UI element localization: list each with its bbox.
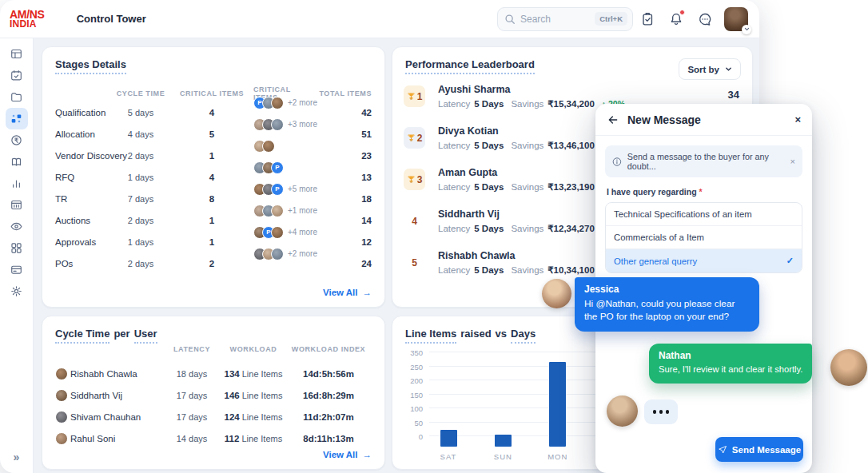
col-total-items: TOTAL ITEMS <box>317 89 372 97</box>
messages-button[interactable] <box>691 11 719 27</box>
y-tick: 50 <box>404 419 423 427</box>
required-asterisk: * <box>699 187 703 197</box>
card-title: Performance Leaderboard <box>405 58 535 74</box>
query-options: Technical Specifications of an item Comm… <box>605 202 802 273</box>
col-latency: LATENCY <box>162 345 221 353</box>
arrow-right-icon: → <box>363 450 372 459</box>
sidebar-expand-button[interactable]: » <box>14 451 20 463</box>
col-workload: WORKLOAD <box>221 345 285 353</box>
option-commercials[interactable]: Commercials of a Item <box>606 226 802 249</box>
bar-sun <box>495 435 512 447</box>
col-critical-items: CRITICAL ITEMS <box>170 89 253 97</box>
y-tick: 250 <box>404 363 423 372</box>
option-other-general-query[interactable]: Other general querry✓ <box>606 249 802 272</box>
search-input[interactable] <box>520 14 589 25</box>
avatar <box>271 226 284 239</box>
bar-sat <box>440 430 457 447</box>
sort-by-button[interactable]: Sort by <box>679 58 741 80</box>
view-all-link[interactable]: View All → <box>323 288 372 297</box>
stages-details-card: Stages Details CYCLE TIME CRITICAL ITEMS… <box>42 46 385 308</box>
panel-header: New Message × <box>595 104 812 136</box>
option-technical-specifications[interactable]: Technical Specifications of an item <box>606 203 802 226</box>
message-text: Sure, I'll review it and clear it shortl… <box>659 364 802 376</box>
sidebar-item-settings[interactable] <box>6 280 28 302</box>
check-icon: ✓ <box>786 256 794 266</box>
sidebar-item-apps[interactable] <box>6 237 28 259</box>
sidebar-item-workflow[interactable] <box>6 108 28 129</box>
table-row: POs 2 days 2 +2 more 24 <box>55 252 372 274</box>
send-icon <box>718 445 727 455</box>
cycle-time-card: Cycle Time per User LATENCY WORKLOAD WOR… <box>42 316 385 470</box>
logo-line1: AM/NS <box>10 10 45 19</box>
message-bubble-nathan: Nathan Sure, I'll review it and clear it… <box>649 344 812 384</box>
table-row: TR 7 days 8 P+5 more 18 <box>55 188 372 209</box>
notifications-button[interactable] <box>662 11 691 27</box>
sidebar-item-calendar[interactable] <box>6 65 28 86</box>
search-icon <box>504 14 516 25</box>
sidebar-item-analytics[interactable] <box>6 173 28 194</box>
arrow-left-icon <box>607 113 619 126</box>
chevron-down-icon <box>725 66 732 73</box>
back-button[interactable] <box>607 113 619 126</box>
page-title: Control Tower <box>77 13 146 25</box>
table-row: Rahul Soni 14 days 112 Line Items 8d:11h… <box>55 427 372 449</box>
avatar <box>55 432 68 445</box>
rank-badge: 5 <box>404 252 425 273</box>
sidebar-item-payments[interactable] <box>6 129 28 151</box>
card-title: Line Items raised vs Days <box>405 328 536 344</box>
col-cycle-time: CYCLE TIME <box>111 89 170 97</box>
chat-dots-icon <box>697 11 713 27</box>
table-row: Siddharth Vij 17 days 146 Line Items 16d… <box>55 384 372 406</box>
y-tick: 0 <box>404 432 423 441</box>
chevron-down-icon <box>742 25 751 34</box>
typing-indicator <box>644 399 678 424</box>
y-tick: 150 <box>404 391 423 399</box>
rank-badge: 1 <box>404 85 425 107</box>
rank-badge: 2 <box>404 127 425 149</box>
typing-user-avatar <box>607 395 638 427</box>
avatar: P <box>271 161 284 174</box>
y-tick: 100 <box>404 404 423 413</box>
user-avatar[interactable] <box>724 7 748 31</box>
notification-dot <box>679 10 685 15</box>
card-title: Stages Details <box>55 58 126 74</box>
avatar <box>55 368 68 380</box>
search-shortcut-badge: Ctrl+K <box>595 12 627 26</box>
amns-logo: AM/NS INDIA <box>10 10 45 29</box>
top-header: AM/NS INDIA Control Tower Ctrl+K <box>0 0 759 38</box>
sidebar-item-dashboard[interactable] <box>6 43 28 65</box>
send-message-button[interactable]: Send Messaage <box>715 437 803 462</box>
nathan-avatar <box>830 349 867 386</box>
sidebar-item-watchlist[interactable] <box>6 216 28 237</box>
table-row: Shivam Chauhan 17 days 124 Line Items 11… <box>55 406 372 427</box>
tasks-button[interactable] <box>633 11 662 27</box>
message-text: Hi @Nathan, could you please clear the P… <box>584 297 750 324</box>
banner-close-icon[interactable]: × <box>790 157 795 166</box>
search-box[interactable]: Ctrl+K <box>497 7 633 31</box>
info-banner: Send a message to the buyer for any doub… <box>605 145 802 177</box>
sidebar-item-catalog[interactable] <box>6 151 28 173</box>
avatar <box>55 389 68 402</box>
bar-mon <box>549 362 566 447</box>
sender-name: Jessica <box>584 284 750 295</box>
avatar <box>271 205 284 217</box>
y-tick: 200 <box>404 376 423 385</box>
table-row: Vendor Discovery 2 days 1 23 <box>55 145 372 166</box>
avatar <box>271 118 284 131</box>
close-button[interactable]: × <box>794 113 801 125</box>
jessica-avatar <box>542 279 571 308</box>
trophy-icon <box>407 175 416 184</box>
message-bubble-jessica: Jessica Hi @Nathan, could you please cle… <box>575 277 759 332</box>
table-row: Approvals 1 days 1 P+4 more 12 <box>55 231 372 252</box>
sidebar-item-reports[interactable] <box>6 194 28 216</box>
card-title: Cycle Time per User <box>55 328 157 344</box>
view-all-link[interactable]: View All → <box>323 450 372 459</box>
table-row: Rishabh Chawla 18 days 134 Line Items 14… <box>55 363 372 384</box>
sidebar-item-invoices[interactable] <box>6 259 28 280</box>
arrow-right-icon: → <box>363 288 372 297</box>
rank-badge: 3 <box>404 169 425 190</box>
avatar <box>271 97 284 109</box>
sidebar-item-folder[interactable] <box>6 86 28 108</box>
x-tick: SUN <box>485 452 520 461</box>
cycle-table-header: LATENCY WORKLOAD WORKLOAD INDEX <box>55 345 372 353</box>
